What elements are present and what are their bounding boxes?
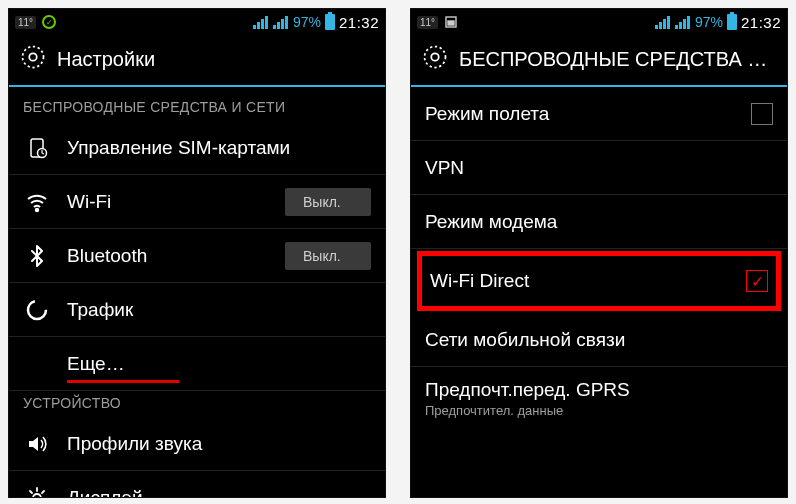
battery-icon [325, 14, 335, 30]
wifi-icon [23, 190, 51, 214]
svg-rect-25 [655, 25, 658, 29]
vpn-row[interactable]: VPN [411, 141, 787, 195]
svg-rect-31 [683, 19, 686, 29]
display-row[interactable]: Дисплей [9, 471, 385, 497]
brightness-icon [23, 486, 51, 497]
sim-management-row[interactable]: Управление SIM-картами [9, 121, 385, 175]
more-label: Еще… [67, 353, 371, 375]
svg-point-14 [33, 494, 41, 497]
bluetooth-label: Bluetooth [67, 245, 269, 267]
signal-bars-2-icon [675, 15, 691, 29]
display-label: Дисплей [67, 487, 371, 497]
svg-rect-32 [687, 16, 690, 29]
svg-point-13 [28, 301, 46, 319]
mobile-networks-label: Сети мобильной связи [425, 329, 773, 351]
signal-bars-1-icon [655, 15, 671, 29]
airplane-mode-row[interactable]: Режим полета [411, 87, 787, 141]
tethering-label: Режим модема [425, 211, 773, 233]
traffic-label: Трафик [67, 299, 371, 321]
bluetooth-icon [23, 244, 51, 268]
svg-point-34 [425, 47, 446, 68]
clock: 21:32 [741, 14, 781, 31]
wifi-direct-row[interactable]: Wi-Fi Direct ✓ [422, 256, 776, 306]
svg-rect-3 [265, 16, 268, 29]
data-usage-icon [23, 298, 51, 322]
sound-icon [23, 432, 51, 456]
page-title: Настройки [57, 48, 155, 71]
highlight-frame: Wi-Fi Direct ✓ [417, 251, 781, 311]
airplane-mode-checkbox[interactable] [751, 103, 773, 125]
temp-indicator: 11° [15, 16, 36, 29]
section-device-header: УСТРОЙСТВО [9, 383, 385, 417]
gprs-pref-sublabel: Предпочтител. данные [425, 403, 773, 418]
battery-percent: 97% [293, 14, 321, 30]
screenshot-icon [444, 15, 458, 29]
phone-left: 11° ✓ 97% 21:32 Настройки БЕСПРОВОДНЫЕ С… [8, 8, 386, 498]
signal-bars-2-icon [273, 15, 289, 29]
bluetooth-row[interactable]: Bluetooth Выкл. [9, 229, 385, 283]
svg-rect-29 [675, 25, 678, 29]
sim-icon [23, 136, 51, 160]
status-indicator-icon: ✓ [42, 15, 56, 29]
page-title: БЕСПРОВОДНЫЕ СРЕДСТВА И СЕ… [459, 48, 777, 71]
wifi-direct-label: Wi-Fi Direct [430, 270, 730, 292]
svg-point-9 [23, 47, 44, 68]
svg-rect-26 [659, 22, 662, 29]
tethering-row[interactable]: Режим модема [411, 195, 787, 249]
vpn-label: VPN [425, 157, 773, 179]
wireless-list: Режим полета VPN Режим модема Wi-Fi Dire… [411, 87, 787, 497]
clock: 21:32 [339, 14, 379, 31]
svg-point-8 [29, 53, 36, 60]
svg-rect-0 [253, 25, 256, 29]
settings-header: Настройки [9, 35, 385, 87]
svg-rect-30 [679, 22, 682, 29]
gprs-pref-label: Предпочт.перед. GPRS [425, 379, 773, 401]
gear-icon [421, 43, 449, 75]
phone-right: 11° 97% 21:32 БЕСПРОВОДНЫЕ СРЕДСТВА И СЕ… [410, 8, 788, 498]
svg-rect-28 [667, 16, 670, 29]
svg-rect-6 [281, 19, 284, 29]
svg-rect-4 [273, 25, 276, 29]
airplane-mode-label: Режим полета [425, 103, 735, 125]
traffic-row[interactable]: Трафик [9, 283, 385, 337]
svg-line-21 [42, 491, 44, 493]
wifi-row[interactable]: Wi-Fi Выкл. [9, 175, 385, 229]
mobile-networks-row[interactable]: Сети мобильной связи [411, 313, 787, 367]
temp-indicator: 11° [417, 16, 438, 29]
svg-rect-2 [261, 19, 264, 29]
svg-line-19 [30, 491, 32, 493]
gprs-pref-row[interactable]: Предпочт.перед. GPRS Предпочтител. данны… [411, 367, 787, 430]
status-bar: 11° 97% 21:32 [411, 9, 787, 35]
svg-point-33 [431, 53, 438, 60]
svg-rect-7 [285, 16, 288, 29]
battery-percent: 97% [695, 14, 723, 30]
status-bar: 11° ✓ 97% 21:32 [9, 9, 385, 35]
sound-profiles-row[interactable]: Профили звука [9, 417, 385, 471]
svg-rect-1 [257, 22, 260, 29]
sim-management-label: Управление SIM-картами [67, 137, 371, 159]
battery-icon [727, 14, 737, 30]
svg-rect-27 [663, 19, 666, 29]
svg-rect-5 [277, 22, 280, 29]
wifi-label: Wi-Fi [67, 191, 269, 213]
gear-icon [19, 43, 47, 75]
sound-profiles-label: Профили звука [67, 433, 371, 455]
section-wireless-header: БЕСПРОВОДНЫЕ СРЕДСТВА И СЕТИ [9, 87, 385, 121]
settings-list: БЕСПРОВОДНЫЕ СРЕДСТВА И СЕТИ Управление … [9, 87, 385, 497]
wifi-direct-checkbox[interactable]: ✓ [746, 270, 768, 292]
wifi-toggle[interactable]: Выкл. [285, 188, 371, 216]
signal-bars-1-icon [253, 15, 269, 29]
svg-point-12 [36, 208, 38, 210]
svg-rect-24 [448, 21, 454, 25]
bluetooth-toggle[interactable]: Выкл. [285, 242, 371, 270]
wireless-header: БЕСПРОВОДНЫЕ СРЕДСТВА И СЕ… [411, 35, 787, 87]
